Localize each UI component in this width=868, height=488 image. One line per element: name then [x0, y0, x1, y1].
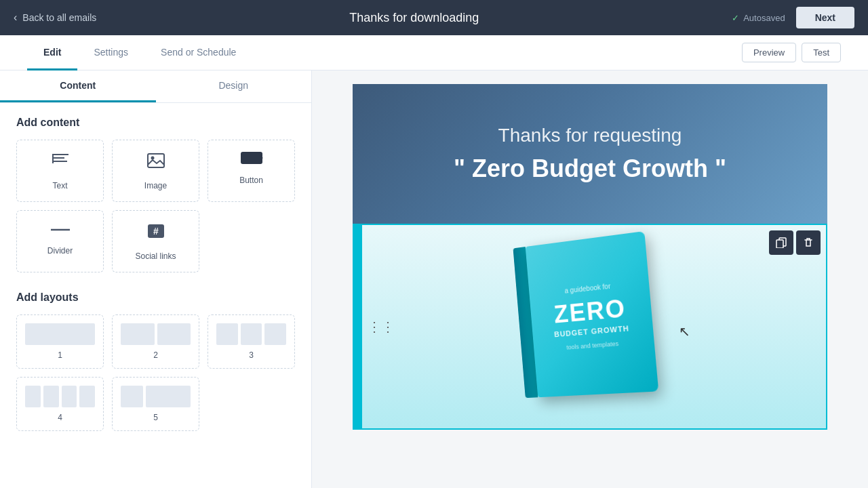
check-icon: ✓	[732, 13, 739, 23]
content-item-divider[interactable]: Divider	[16, 210, 104, 272]
svg-rect-1	[52, 157, 64, 159]
tab-settings[interactable]: Settings	[77, 36, 144, 70]
content-item-text[interactable]: Text	[16, 140, 104, 202]
layout-item-2[interactable]: 2	[112, 314, 199, 369]
sub-nav-actions: Preview Test	[742, 43, 841, 62]
back-label: Back to all emails	[22, 12, 96, 23]
button-item-label: Button	[239, 176, 263, 185]
svg-rect-4	[148, 154, 164, 167]
main-layout: Content Design Add content	[0, 70, 868, 488]
divider-item-label: Divider	[47, 246, 73, 256]
layout-bar	[121, 386, 143, 407]
layout-grid: 1 2 3	[16, 314, 295, 431]
social-item-label: Social links	[135, 251, 176, 261]
layout-bar	[216, 323, 238, 345]
back-arrow-icon: ‹	[14, 12, 17, 24]
page-title: Thanks for downloading	[349, 11, 479, 25]
layout-bar	[25, 323, 95, 345]
email-preview-panel: Thanks for requesting " Zero Budget Grow…	[312, 70, 868, 488]
autosaved-indicator: ✓ Autosaved	[732, 13, 785, 23]
drag-handle-icon[interactable]: ⋮⋮	[368, 319, 395, 335]
svg-text:#: #	[153, 226, 159, 237]
copy-button[interactable]	[769, 230, 793, 255]
layout-bar	[157, 323, 191, 345]
book-3d: a guidebook for ZERO BUDGET GROWTH tools…	[513, 229, 674, 405]
preview-button[interactable]: Preview	[742, 43, 796, 62]
svg-rect-12	[776, 240, 783, 248]
layout-bar	[43, 386, 59, 407]
layout-bar	[62, 386, 77, 407]
panel-tab-design[interactable]: Design	[156, 70, 312, 102]
sub-nav: Edit Settings Send or Schedule Preview T…	[0, 35, 868, 70]
book-title-zero: ZERO	[553, 293, 627, 329]
layout-4-label: 4	[58, 413, 62, 422]
panel-content: Add content Text	[0, 103, 311, 445]
add-layouts-title: Add layouts	[16, 291, 295, 304]
svg-rect-3	[52, 154, 54, 163]
layout-2-label: 2	[153, 350, 158, 360]
layout-item-5[interactable]: 5	[112, 377, 199, 431]
email-header-line1: Thanks for requesting	[380, 125, 800, 146]
email-header-line2: " Zero Budget Growth "	[380, 155, 800, 183]
layout-preview-3	[216, 323, 286, 345]
book-small-text: a guidebook for	[564, 282, 610, 294]
layout-bar	[79, 386, 95, 407]
top-nav: ‹ Back to all emails Thanks for download…	[0, 0, 868, 35]
content-item-button[interactable]: Button	[208, 140, 295, 202]
email-canvas: Thanks for requesting " Zero Budget Grow…	[353, 84, 827, 474]
layout-5-label: 5	[153, 413, 158, 422]
layout-item-1[interactable]: 1	[16, 314, 104, 369]
layout-preview-2	[121, 323, 191, 345]
content-item-social[interactable]: # Social links	[112, 210, 199, 272]
book-section: ⋮⋮ a guidebook for ZERO BUDGET GROWTH to…	[354, 225, 826, 428]
sub-nav-tabs: Edit Settings Send or Schedule	[27, 35, 252, 70]
test-button[interactable]: Test	[802, 43, 841, 62]
tab-send-or-schedule[interactable]: Send or Schedule	[144, 36, 252, 70]
layout-item-3[interactable]: 3	[208, 314, 295, 369]
layout-bar	[264, 323, 286, 345]
email-header-section[interactable]: Thanks for requesting " Zero Budget Grow…	[353, 84, 827, 224]
content-grid: Text Image	[16, 140, 295, 272]
left-panel: Content Design Add content	[0, 70, 312, 488]
selection-toolbar	[769, 230, 821, 255]
book-visual: a guidebook for ZERO BUDGET GROWTH tools…	[502, 239, 678, 415]
email-selected-section[interactable]: ⋮⋮ a guidebook for ZERO BUDGET GROWTH to…	[353, 224, 827, 430]
button-icon	[240, 151, 263, 169]
top-nav-right: ✓ Autosaved Next	[732, 7, 854, 28]
book-tools-text: tools and templates	[566, 340, 619, 350]
layout-bar	[146, 386, 191, 407]
panel-tabs: Content Design	[0, 70, 311, 103]
autosaved-label: Autosaved	[743, 13, 785, 23]
layout-preview-1	[25, 323, 95, 345]
tab-edit[interactable]: Edit	[27, 36, 77, 70]
content-item-image[interactable]: Image	[112, 140, 199, 202]
layout-preview-4	[25, 386, 95, 407]
layout-bar	[121, 323, 155, 345]
layout-bar	[241, 323, 262, 345]
text-icon	[51, 151, 70, 174]
divider-icon	[51, 222, 70, 239]
delete-button[interactable]	[796, 230, 821, 255]
image-item-label: Image	[144, 181, 167, 190]
layout-3-label: 3	[249, 350, 254, 360]
layout-item-4[interactable]: 4	[16, 377, 104, 431]
accent-bar	[354, 225, 362, 428]
layout-1-label: 1	[58, 350, 62, 360]
layout-preview-5	[121, 386, 191, 407]
back-to-emails-link[interactable]: ‹ Back to all emails	[14, 12, 96, 24]
svg-rect-0	[52, 154, 68, 155]
image-icon	[146, 151, 165, 174]
text-item-label: Text	[52, 181, 67, 190]
layout-bar	[25, 386, 41, 407]
book-front: a guidebook for ZERO BUDGET GROWTH tools…	[526, 231, 659, 397]
add-content-title: Add content	[16, 117, 295, 129]
panel-tab-content[interactable]: Content	[0, 70, 156, 102]
svg-rect-2	[52, 161, 67, 162]
cursor-indicator: ↖	[679, 323, 690, 340]
social-icon: #	[146, 222, 165, 245]
next-button[interactable]: Next	[796, 7, 854, 28]
